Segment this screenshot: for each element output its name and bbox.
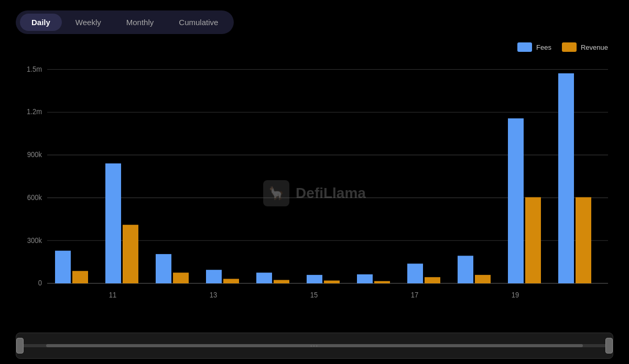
bar-fees-6	[357, 274, 373, 283]
legend-fees: Fees	[517, 42, 551, 52]
tab-bar: Daily Weekly Monthly Cumulative	[16, 10, 234, 34]
bar-revenue-10	[576, 197, 591, 283]
bar-fees-10	[558, 73, 574, 283]
bar-fees-4	[256, 273, 272, 283]
revenue-label: Revenue	[581, 43, 608, 51]
chart-area: Fees Revenue 🦙 DefiLlama	[16, 42, 613, 359]
bar-revenue-0	[72, 271, 88, 283]
bar-revenue-4	[274, 280, 289, 283]
svg-text:13: 13	[210, 291, 217, 299]
tab-cumulative[interactable]: Cumulative	[167, 14, 230, 31]
tab-daily[interactable]: Daily	[20, 14, 62, 31]
bar-revenue-2	[173, 273, 189, 283]
bar-fees-5	[307, 275, 322, 283]
svg-text:11: 11	[109, 291, 116, 299]
svg-text:300k: 300k	[27, 236, 42, 245]
bar-revenue-1	[123, 225, 138, 283]
scrollbar-container[interactable]: ···	[16, 333, 613, 359]
revenue-color-swatch	[562, 42, 577, 52]
scrollbar-dots: ···	[310, 342, 319, 349]
bar-revenue-9	[525, 197, 541, 283]
scrollbar-handle-right[interactable]	[605, 338, 613, 354]
legend: Fees Revenue	[517, 42, 608, 52]
bar-fees-0	[55, 251, 71, 283]
svg-text:1.5m: 1.5m	[27, 65, 42, 73]
bar-revenue-7	[425, 277, 440, 283]
bar-fees-2	[156, 254, 171, 283]
svg-text:900k: 900k	[27, 151, 42, 159]
bar-revenue-8	[475, 275, 491, 283]
svg-text:600k: 600k	[27, 193, 42, 202]
legend-revenue: Revenue	[562, 42, 608, 52]
tab-weekly[interactable]: Weekly	[64, 14, 113, 31]
bar-fees-8	[458, 256, 473, 283]
svg-text:1.2m: 1.2m	[27, 108, 42, 116]
bar-revenue-3	[223, 279, 239, 283]
fees-color-swatch	[517, 42, 532, 52]
svg-text:19: 19	[512, 291, 519, 299]
svg-text:15: 15	[310, 291, 318, 299]
bar-revenue-5	[324, 281, 340, 283]
bar-revenue-6	[374, 281, 390, 283]
fees-label: Fees	[536, 43, 551, 51]
chart-svg-container: 🦙 DefiLlama 1.5m 1.2m 900k 600k 300k 0	[16, 58, 613, 328]
bar-fees-1	[105, 163, 121, 283]
scrollbar-handle-left[interactable]	[16, 338, 24, 354]
bar-fees-9	[508, 118, 524, 283]
bar-fees-3	[206, 270, 222, 283]
tab-monthly[interactable]: Monthly	[115, 14, 166, 31]
main-container: Daily Weekly Monthly Cumulative Fees Rev…	[0, 0, 629, 364]
svg-text:0: 0	[38, 279, 42, 288]
bar-fees-7	[407, 263, 423, 283]
svg-text:17: 17	[411, 291, 418, 299]
chart-svg: 1.5m 1.2m 900k 600k 300k 0 11	[16, 58, 613, 328]
